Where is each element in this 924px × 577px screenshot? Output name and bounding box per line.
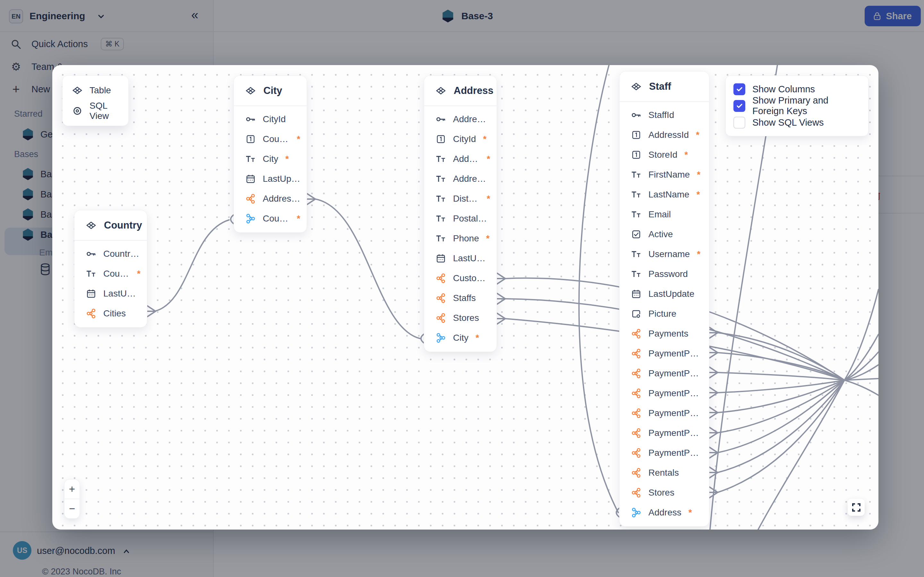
text-icon (630, 269, 642, 279)
hm-icon (630, 468, 642, 478)
erd-column-row: Address2 (424, 169, 497, 189)
context-menu-item-sql-view[interactable]: SQL View (63, 101, 128, 121)
erd-column-row: City* (234, 149, 307, 169)
number-icon (245, 134, 256, 144)
text-icon (435, 194, 447, 203)
number-icon (630, 150, 642, 160)
relation-line (718, 353, 845, 380)
table-card-header: City (234, 76, 307, 106)
erd-table-card-city[interactable]: CityCityIdCountryId*City*LastUpdateAddre… (234, 75, 307, 233)
erd-column-row: LastUpdate (234, 169, 307, 189)
column-label: LastName (648, 189, 690, 200)
erd-table-card-country[interactable]: CountryCountryIdCountry*LastUpdateCities (74, 210, 147, 327)
image-icon (630, 309, 642, 319)
column-label: Address (648, 508, 682, 518)
column-label: AddressId (648, 130, 689, 140)
column-label: Active (648, 229, 673, 239)
relation-line (579, 65, 618, 513)
erd-column-row: Cities (74, 303, 147, 324)
number-icon (435, 134, 447, 144)
relation-line (845, 380, 879, 395)
erd-column-row: City* (424, 328, 497, 348)
erd-column-row: PaymentP200… (620, 403, 709, 423)
erd-column-row: CityId (234, 109, 307, 129)
erd-option-show-sql-views[interactable]: Show SQL Views (726, 114, 868, 131)
context-menu-item-table[interactable]: Table (63, 80, 128, 101)
erd-column-row: FirstName* (620, 165, 709, 185)
erd-column-row: Address* (620, 503, 709, 522)
zoom-in-button[interactable]: + (65, 480, 79, 499)
erd-table-card-staff[interactable]: StaffStaffIdAddressId*StoreId*FirstName*… (619, 71, 709, 527)
fullscreen-button[interactable] (848, 499, 865, 516)
column-label: Picture (648, 309, 676, 319)
text-icon (630, 190, 642, 199)
hm-icon (630, 348, 642, 359)
erd-column-row: CountryId (74, 244, 147, 264)
column-label: Phone (453, 234, 479, 243)
required-marker: * (487, 154, 490, 164)
hm-icon (630, 329, 642, 339)
text-icon (435, 214, 447, 223)
erd-column-row: Username* (620, 244, 709, 264)
table-icon (245, 87, 256, 95)
erd-column-row: District* (424, 189, 497, 209)
required-marker: * (684, 150, 688, 160)
column-label: LastUpdate (648, 289, 694, 299)
column-label: Country (103, 269, 130, 279)
required-marker: * (697, 169, 700, 180)
erd-column-row: StoreId* (620, 145, 709, 165)
relation-line (845, 290, 879, 380)
hm-icon (630, 488, 642, 498)
hm-icon (630, 388, 642, 398)
table-name: Staff (649, 81, 671, 92)
relation-line (718, 380, 845, 492)
hm-icon (245, 193, 256, 204)
table-icon (86, 221, 97, 229)
column-label: PaymentP200… (648, 348, 703, 359)
table-name: City (263, 85, 282, 97)
checkbox-unchecked-icon[interactable] (733, 117, 745, 129)
required-marker: * (688, 508, 692, 518)
column-label: Address (453, 154, 480, 164)
table-icon (435, 87, 447, 95)
text-icon (630, 170, 642, 179)
crow-foot-marker (497, 273, 505, 284)
required-marker: * (487, 193, 490, 204)
erd-column-row: Custome… (424, 268, 497, 288)
option-label: Show Columns (752, 84, 815, 95)
required-marker: * (696, 189, 700, 200)
relation-line (154, 220, 229, 311)
hm-icon (435, 313, 447, 323)
zoom-out-button[interactable]: − (65, 499, 79, 518)
column-label: Username (648, 249, 690, 259)
hm-icon (435, 273, 447, 284)
checkbox-checked-icon[interactable] (733, 100, 745, 112)
table-icon (71, 87, 83, 94)
column-label: City (453, 333, 468, 343)
date-icon (435, 253, 447, 263)
erd-column-row: Email (620, 205, 709, 224)
checkbox-icon (630, 229, 642, 239)
erd-column-row: PaymentP200… (620, 443, 709, 463)
column-label: District (453, 193, 480, 204)
column-label: City (263, 154, 278, 164)
column-label: Custome… (453, 273, 490, 284)
hm-icon (630, 408, 642, 418)
relation-line (718, 380, 845, 393)
erd-table-card-address[interactable]: AddressAddressIdCityId*Address*Address2D… (424, 75, 497, 352)
text-icon (245, 154, 256, 164)
text-icon (86, 269, 97, 279)
column-label: StaffId (648, 110, 674, 120)
erd-column-row: Country* (234, 209, 307, 229)
column-label: Rentals (648, 468, 679, 478)
erd-column-row: Stores (424, 308, 497, 328)
required-marker: * (475, 333, 479, 343)
text-icon (435, 174, 447, 184)
crow-foot-marker (147, 306, 156, 317)
checkbox-checked-icon[interactable] (733, 83, 745, 95)
required-marker: * (285, 154, 289, 164)
erd-column-row: Address* (424, 149, 497, 169)
erd-option-show-primary-and-foreign-keys[interactable]: Show Primary and Foreign Keys (726, 97, 868, 114)
crow-foot-marker (497, 313, 505, 324)
column-label: PostalCode (453, 213, 490, 224)
